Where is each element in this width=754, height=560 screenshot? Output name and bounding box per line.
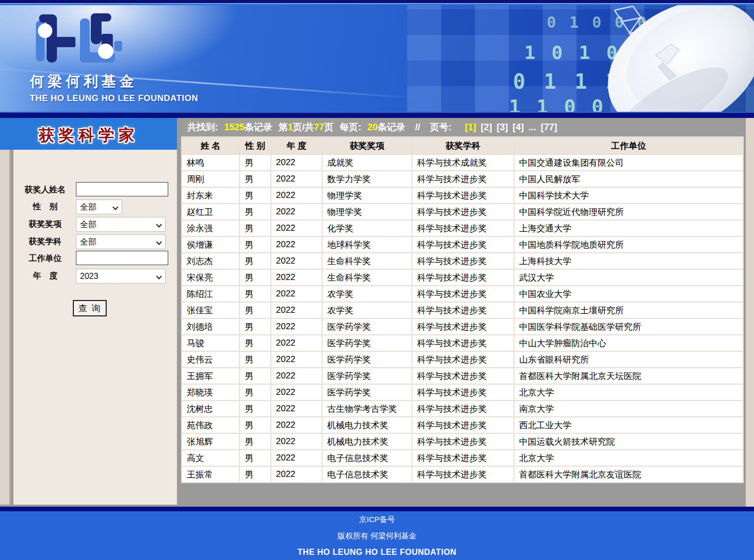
body-region: 获奖科学家 获奖人姓名 性 别 全部	[0, 118, 754, 507]
satellite-dish-image	[528, 5, 754, 112]
cell-work-unit: 中国科学技术大学	[514, 187, 743, 204]
cell-name: 宋保亮	[182, 269, 240, 286]
cell-discipline: 科学与技术进步奖	[412, 187, 514, 204]
top-navy-strip	[0, 0, 754, 4]
cell-name: 侯增谦	[182, 236, 240, 253]
sidebar-left-frame	[0, 150, 9, 505]
cell-gender: 男	[240, 253, 271, 269]
cell-year: 2022	[271, 204, 322, 220]
discipline-select[interactable]: 全部	[76, 234, 166, 249]
cell-year: 2022	[271, 236, 322, 253]
cell-gender: 男	[240, 154, 271, 171]
cell-work-unit: 武汉大学	[514, 269, 743, 286]
cell-year: 2022	[271, 318, 322, 335]
col-header-award: 获奖奖项	[322, 137, 412, 154]
page-mid: 页/共	[293, 122, 314, 132]
table-row: 沈树忠男2022古生物学考古学奖科学与技术进步奖南京大学	[182, 401, 743, 417]
banner-bottom-strip	[0, 112, 754, 118]
per-page: 20	[367, 122, 378, 132]
footer-navy-strip	[0, 507, 754, 511]
cell-award: 古生物学考古学奖	[322, 401, 412, 417]
cell-award: 电子信息技术奖	[322, 466, 412, 483]
table-row: 刘志杰男2022生命科学奖科学与技术进步奖上海科技大学	[182, 253, 743, 269]
pageno-label: 页号:	[430, 122, 451, 132]
cell-discipline: 科学与技术进步奖	[412, 450, 514, 466]
table-row: 林鸣男2022成就奖科学与技术成就奖中国交通建设集团有限公司	[182, 154, 743, 171]
gender-select[interactable]: 全部	[76, 199, 122, 214]
cell-work-unit: 北京大学	[514, 384, 743, 401]
award-select[interactable]: 全部	[76, 217, 166, 232]
cell-discipline: 科学与技术进步奖	[412, 220, 514, 236]
cell-name: 张旭辉	[182, 433, 240, 450]
cell-gender: 男	[240, 187, 271, 204]
cell-work-unit: 上海科技大学	[514, 253, 743, 269]
page-prefix: 第	[279, 122, 288, 132]
cell-name: 涂永强	[182, 220, 240, 236]
footer-english-line: THE HO LEUNG HO LEE FOUNDATION	[0, 544, 754, 560]
cell-gender: 男	[240, 466, 271, 483]
results-area: 共找到: 1525条记录 第1页/共77页 每页: 20条记录 // 页号: […	[181, 118, 743, 505]
cell-work-unit: 上海交通大学	[514, 220, 743, 236]
cell-discipline: 科学与技术进步奖	[412, 401, 514, 417]
page-link[interactable]: [4]	[512, 122, 524, 132]
year-select[interactable]: 2023	[76, 269, 166, 284]
cell-work-unit: 中国科学院南京土壤研究所	[514, 302, 743, 318]
cell-year: 2022	[271, 220, 322, 236]
page-link-last[interactable]: [77]	[541, 122, 557, 132]
work-unit-input[interactable]	[76, 251, 168, 265]
cell-name: 陈绍江	[182, 286, 240, 302]
cell-name: 封东来	[182, 187, 240, 204]
cell-year: 2022	[271, 433, 322, 450]
cell-discipline: 科学与技术进步奖	[412, 236, 514, 253]
cell-award: 机械电力技术奖	[322, 417, 412, 433]
cell-award: 成就奖	[322, 154, 412, 171]
cell-gender: 男	[240, 335, 271, 351]
right-frame-strip	[746, 118, 754, 507]
page-link[interactable]: [2]	[481, 122, 492, 132]
perpage-unit: 条记录	[378, 122, 405, 132]
table-row: 张旭辉男2022机械电力技术奖科学与技术进步奖中国运载火箭技术研究院	[182, 433, 743, 450]
table-row: 史伟云男2022医学药学奖科学与技术进步奖山东省眼科研究所	[182, 351, 743, 368]
results-table: 姓 名性 别年 度获奖奖项获奖学科工作单位 林鸣男2022成就奖科学与技术成就奖…	[181, 136, 744, 483]
cell-year: 2022	[271, 154, 322, 171]
cell-award: 医学药学奖	[322, 335, 412, 351]
cell-work-unit: 中山大学肿瘤防治中心	[514, 335, 743, 351]
table-row: 苑伟政男2022机械电力技术奖科学与技术进步奖西北工业大学	[182, 417, 743, 433]
cell-award: 医学药学奖	[322, 368, 412, 384]
cell-gender: 男	[240, 236, 271, 253]
table-row: 封东来男2022物理学奖科学与技术进步奖中国科学技术大学	[182, 187, 743, 204]
table-row: 陈绍江男2022农学奖科学与技术进步奖中国农业大学	[182, 286, 743, 302]
cell-year: 2022	[271, 335, 322, 351]
cell-work-unit: 北京大学	[514, 450, 743, 466]
cell-name: 马骏	[182, 335, 240, 351]
cell-work-unit: 首都医科大学附属北京友谊医院	[514, 466, 743, 483]
table-row: 宋保亮男2022生命科学奖科学与技术进步奖武汉大学	[182, 269, 743, 286]
cell-name: 刘德培	[182, 318, 240, 335]
winner-name-input[interactable]	[76, 182, 168, 196]
table-row: 周刚男2022数学力学奖科学与技术进步奖中国人民解放军	[182, 171, 743, 187]
cell-gender: 男	[240, 450, 271, 466]
page-suffix: 页	[324, 122, 333, 132]
page-link-current[interactable]: [1]	[465, 122, 476, 132]
cell-gender: 男	[240, 401, 271, 417]
discipline-label: 获奖学科	[16, 236, 74, 247]
gender-label: 性 别	[16, 202, 74, 212]
results-tbody: 林鸣男2022成就奖科学与技术成就奖中国交通建设集团有限公司周刚男2022数学力…	[182, 154, 743, 483]
search-button[interactable]: 查 询	[73, 300, 107, 316]
cell-year: 2022	[271, 401, 322, 417]
perpage-label: 每页:	[340, 122, 361, 132]
col-header-gender: 性 别	[240, 137, 271, 154]
cell-year: 2022	[271, 450, 322, 466]
cell-discipline: 科学与技术进步奖	[412, 318, 514, 335]
table-row: 郑晓瑛男2022医学药学奖科学与技术进步奖北京大学	[182, 384, 743, 401]
cell-work-unit: 南京大学	[514, 401, 743, 417]
search-sidebar: 获奖科学家 获奖人姓名 性 别 全部	[0, 118, 177, 505]
cell-gender: 男	[240, 286, 271, 302]
cell-discipline: 科学与技术进步奖	[412, 417, 514, 433]
page-link[interactable]: [3]	[497, 122, 508, 132]
total-records: 1525	[224, 122, 245, 132]
cell-award: 数学力学奖	[322, 171, 412, 187]
cell-award: 生命科学奖	[322, 253, 412, 269]
cell-discipline: 科学与技术进步奖	[412, 204, 514, 220]
cell-year: 2022	[271, 466, 322, 483]
